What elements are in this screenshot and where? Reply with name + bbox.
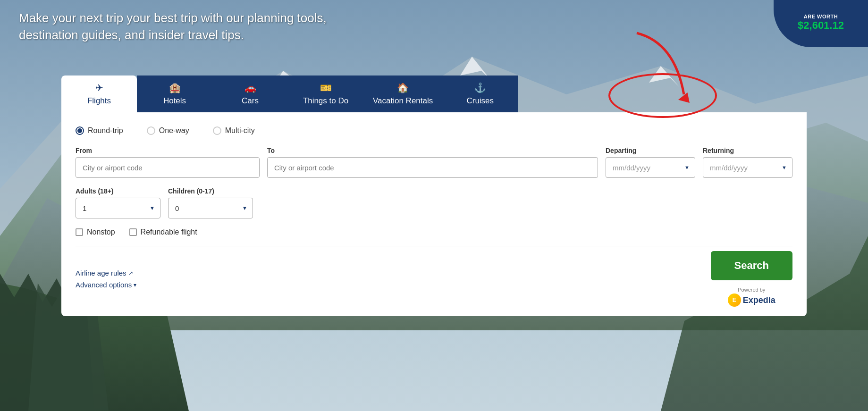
cruises-icon: ⚓ [474,82,486,93]
hero-section: Make your next trip your best trip with … [19,9,327,44]
tab-vacation-rentals[interactable]: 🏠 Vacation Rentals [363,75,442,112]
children-label: Children (0-17) [168,187,253,195]
radio-round-trip[interactable]: Round-trip [76,126,123,135]
tab-navigation: ✈ Flights 🏨 Hotels 🚗 Cars 🎫 Things to Do… [61,75,807,112]
returning-field-group: Returning mm/dd/yyyy [703,147,792,178]
powered-by-text: Powered by [738,287,765,293]
tab-hotels[interactable]: 🏨 Hotels [137,75,212,112]
trip-type-row: Round-trip One-way Multi-city [76,126,792,135]
bottom-row: Airline age rules ↗ Advanced options ▾ S… [76,246,792,307]
returning-select-wrapper: mm/dd/yyyy [703,157,792,178]
right-actions: Search Powered by E Expedia [711,251,792,307]
adults-label: Adults (18+) [76,187,160,195]
to-input[interactable] [267,157,598,178]
from-field-group: From [76,147,260,178]
departing-select-wrapper: mm/dd/yyyy [606,157,695,178]
chevron-down-icon: ▾ [134,282,136,288]
vacation-icon: 🏠 [397,82,409,93]
tab-flights[interactable]: ✈ Flights [61,75,137,112]
adults-field-group: Adults (18+) 1 2 3 4 [76,187,160,218]
refundable-checkbox-label[interactable]: Refundable flight [129,228,197,236]
expedia-icon: E [728,294,741,307]
radio-one-way[interactable]: One-way [147,126,189,135]
from-input[interactable] [76,157,260,178]
to-label: To [267,147,598,154]
booking-widget: ✈ Flights 🏨 Hotels 🚗 Cars 🎫 Things to Do… [61,75,807,316]
radio-circle-round-trip [76,126,84,135]
nonstop-checkbox-label[interactable]: Nonstop [76,228,115,236]
hero-description: Make your next trip your best trip with … [19,9,327,44]
badge-label: ARE WORTH [804,14,838,19]
returning-select[interactable]: mm/dd/yyyy [703,157,792,178]
expedia-logo: E Expedia [728,294,775,307]
expedia-badge: Powered by E Expedia [728,287,775,307]
checkboxes-row: Nonstop Refundable flight [76,228,792,236]
returning-label: Returning [703,147,792,154]
cars-icon: 🚗 [244,82,256,93]
hotels-icon: 🏨 [169,82,181,93]
nonstop-checkbox[interactable] [76,228,83,236]
main-fields-row: From To Departing mm/dd/yyyy Returning [76,147,792,178]
advanced-options-link[interactable]: Advanced options ▾ [76,281,136,289]
to-field-group: To [267,147,598,178]
flights-icon: ✈ [95,82,103,93]
radio-circle-one-way [147,126,155,135]
departing-field-group: Departing mm/dd/yyyy [606,147,695,178]
departing-select[interactable]: mm/dd/yyyy [606,157,695,178]
radio-multi-city[interactable]: Multi-city [213,126,255,135]
things-icon: 🎫 [320,82,332,93]
departing-label: Departing [606,147,695,154]
adults-select-wrapper: 1 2 3 4 [76,198,160,218]
tab-things-to-do[interactable]: 🎫 Things to Do [288,75,363,112]
airline-age-rules-link[interactable]: Airline age rules ↗ [76,269,136,277]
search-button[interactable]: Search [711,251,792,280]
radio-circle-multi-city [213,126,221,135]
external-link-icon: ↗ [128,270,133,277]
tab-cars[interactable]: 🚗 Cars [212,75,288,112]
refundable-checkbox[interactable] [129,228,137,236]
tab-cruises[interactable]: ⚓ Cruises [442,75,518,112]
search-form-panel: Round-trip One-way Multi-city From To [61,112,807,316]
badge-amount: $2,601.12 [798,19,844,32]
passengers-row: Adults (18+) 1 2 3 4 Children (0-17) 0 1 [76,187,792,218]
children-select[interactable]: 0 1 2 3 [168,198,253,218]
from-label: From [76,147,260,154]
children-select-wrapper: 0 1 2 3 [168,198,253,218]
children-field-group: Children (0-17) 0 1 2 3 [168,187,253,218]
adults-select[interactable]: 1 2 3 4 [76,198,160,218]
bottom-left-links: Airline age rules ↗ Advanced options ▾ [76,269,136,289]
